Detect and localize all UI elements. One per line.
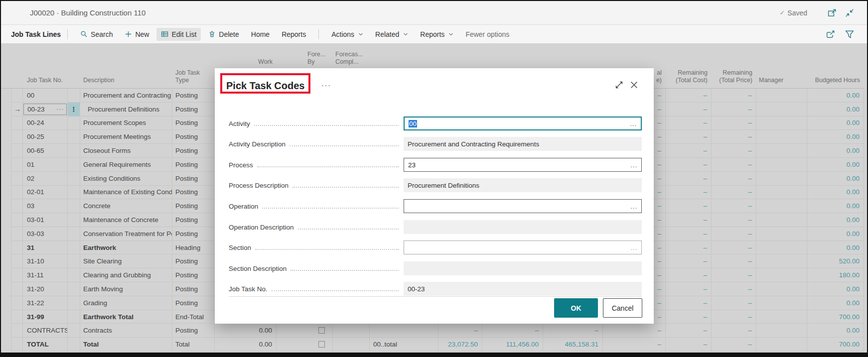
job-task-type-cell[interactable]: Posting (172, 186, 215, 200)
column-header-rem-price[interactable]: Remaining (Total Price) (712, 69, 756, 84)
open-in-window-icon[interactable] (828, 8, 837, 17)
description-cell[interactable]: Procurement Definitions (80, 103, 172, 117)
manager-cell[interactable] (756, 89, 807, 103)
selector-cell[interactable] (11, 117, 23, 130)
column-header-job-task-type[interactable]: Job Task Type (172, 69, 215, 84)
selector-cell[interactable] (11, 89, 23, 103)
rem-cost-cell[interactable]: – (666, 268, 712, 282)
rem-price-cell[interactable]: – (712, 268, 756, 282)
budgeted-hours-cell[interactable]: 0.00 (807, 282, 864, 296)
description-cell[interactable]: General Requirements (80, 158, 172, 172)
budgeted-hours-cell[interactable]: 0.00 (807, 130, 864, 144)
job-task-type-cell[interactable]: Posting (172, 117, 215, 130)
activity-field[interactable]: 00... (404, 117, 642, 130)
column-header-work[interactable]: Work (215, 58, 277, 66)
rem-price-cell[interactable]: – (712, 186, 756, 200)
job-task-type-cell[interactable]: Heading (172, 241, 215, 255)
rem-price-cell[interactable]: – (712, 254, 756, 268)
job-task-type-cell[interactable]: Posting (172, 227, 215, 241)
job-task-type-cell[interactable]: Posting (172, 130, 215, 144)
manager-cell[interactable] (756, 282, 807, 296)
selector-cell[interactable] (11, 130, 23, 144)
rem-cost-cell[interactable]: – (666, 310, 712, 324)
row-menu-cell[interactable] (68, 89, 80, 103)
rem-cost-cell[interactable]: – (666, 199, 712, 213)
row-menu-cell[interactable] (68, 158, 80, 172)
assist-ellipsis-icon[interactable]: ... (630, 244, 637, 251)
rem-cost-cell[interactable]: – (666, 241, 712, 255)
budgeted-hours-cell[interactable]: 0.00 (807, 103, 864, 117)
rem-price-cell[interactable]: – (712, 117, 756, 130)
fore-by-cell[interactable] (277, 338, 333, 352)
row-menu-cell[interactable] (68, 213, 80, 227)
selector-cell[interactable]: → (11, 103, 23, 117)
sched-cost-cell[interactable]: – (438, 324, 482, 338)
assist-ellipsis-icon[interactable]: ... (630, 161, 637, 169)
rem-price-cell[interactable]: – (712, 213, 756, 227)
forecas-compl-cell[interactable] (333, 324, 370, 338)
job-task-no-cell[interactable]: 03 (23, 199, 68, 213)
job-task-type-cell[interactable]: Posting (172, 89, 215, 103)
manager-cell[interactable] (756, 172, 807, 186)
row-menu-cell[interactable] (68, 117, 80, 130)
toolbar-item-edit-list[interactable]: Edit List (156, 28, 201, 41)
description-cell[interactable]: Earthwork (80, 241, 172, 255)
description-cell[interactable]: Existing Conditions (80, 172, 172, 186)
rem-price-cell[interactable]: – (712, 310, 756, 324)
toolbar-item-fewer-options[interactable]: Fewer options (461, 28, 514, 41)
selector-cell[interactable] (11, 296, 23, 310)
rem-price-cell[interactable]: – (712, 172, 756, 186)
budgeted-hours-cell[interactable]: 0.00 (807, 158, 864, 172)
rem-cost-cell[interactable]: – (666, 130, 712, 144)
rem-price-cell[interactable]: – (712, 241, 756, 255)
row-menu-cell[interactable] (68, 254, 80, 268)
usage-price-cell[interactable]: – (603, 338, 666, 352)
toolbar-item-new[interactable]: New (120, 28, 153, 41)
usage-cost-cell[interactable]: – (543, 324, 603, 338)
column-header-job-task-no[interactable]: Job Task No. (23, 77, 68, 84)
budgeted-hours-cell[interactable]: 0.00 (807, 296, 864, 310)
job-task-type-cell[interactable]: Posting (172, 324, 215, 338)
row-menu-cell[interactable] (68, 282, 80, 296)
description-cell[interactable]: Conservation Treatment for Per... (80, 227, 172, 241)
manager-cell[interactable] (756, 268, 807, 282)
budgeted-hours-cell[interactable]: 0.00 (807, 89, 864, 103)
rem-price-cell[interactable]: – (712, 282, 756, 296)
dialog-menu-ellipsis[interactable]: ··· (321, 81, 331, 89)
rem-cost-cell[interactable]: – (666, 103, 712, 117)
rem-price-cell[interactable]: – (712, 199, 756, 213)
budgeted-hours-cell[interactable]: 0.00 (807, 186, 864, 200)
focused-cell[interactable]: 00-23··· (23, 104, 67, 115)
rem-cost-cell[interactable]: – (666, 158, 712, 172)
row-menu-cell[interactable] (68, 199, 80, 213)
budgeted-hours-cell[interactable]: 0.00 (807, 227, 864, 241)
budgeted-hours-cell[interactable]: 0.00 (807, 213, 864, 227)
job-task-type-cell[interactable]: End-Total (172, 310, 215, 324)
column-header-rem-cost[interactable]: Remaining (Total Cost) (666, 69, 712, 84)
job-task-no-cell[interactable]: CONTRACTS (23, 324, 68, 338)
selector-cell[interactable] (11, 186, 23, 200)
rem-price-cell[interactable]: – (712, 103, 756, 117)
cancel-button[interactable]: Cancel (603, 298, 642, 318)
selector-cell[interactable] (11, 227, 23, 241)
forecas-compl-cell[interactable] (333, 338, 370, 352)
rem-cost-cell[interactable]: – (666, 338, 712, 352)
sched-price-cell[interactable]: 111,456.00 (482, 338, 543, 352)
section-field[interactable]: ... (404, 240, 642, 254)
row-menu-cell[interactable] (68, 310, 80, 324)
row-menu-cell[interactable] (68, 172, 80, 186)
totaling-cell[interactable]: 00..total (370, 338, 438, 352)
description-cell[interactable]: Closeout Forms (80, 144, 172, 158)
description-cell[interactable]: Procurement and Contracting ... (80, 89, 172, 103)
job-task-type-cell[interactable]: Posting (172, 144, 215, 158)
selector-cell[interactable] (11, 241, 23, 255)
rem-cost-cell[interactable]: – (666, 227, 712, 241)
budgeted-hours-cell[interactable]: 0.00 (807, 199, 864, 213)
job-task-no-cell[interactable]: 00-65 (23, 144, 68, 158)
budgeted-hours-cell[interactable]: 0.00 (807, 241, 864, 255)
selector-cell[interactable] (11, 144, 23, 158)
job-task-type-cell[interactable]: Posting (172, 172, 215, 186)
selector-cell[interactable] (11, 158, 23, 172)
description-cell[interactable]: Procurement Scopes (80, 117, 172, 130)
usage-price-cell[interactable]: – (603, 324, 666, 338)
